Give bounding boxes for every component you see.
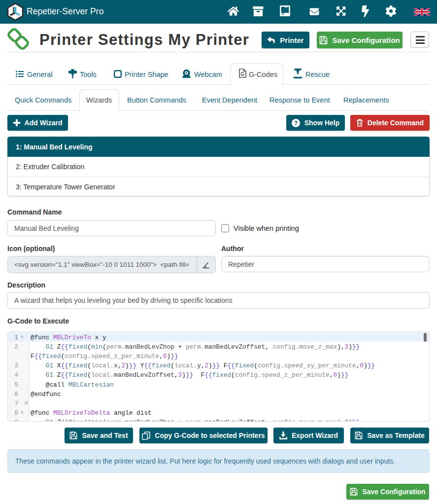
svg-text:G: G bbox=[240, 72, 244, 77]
svg-text:?: ? bbox=[294, 119, 298, 126]
